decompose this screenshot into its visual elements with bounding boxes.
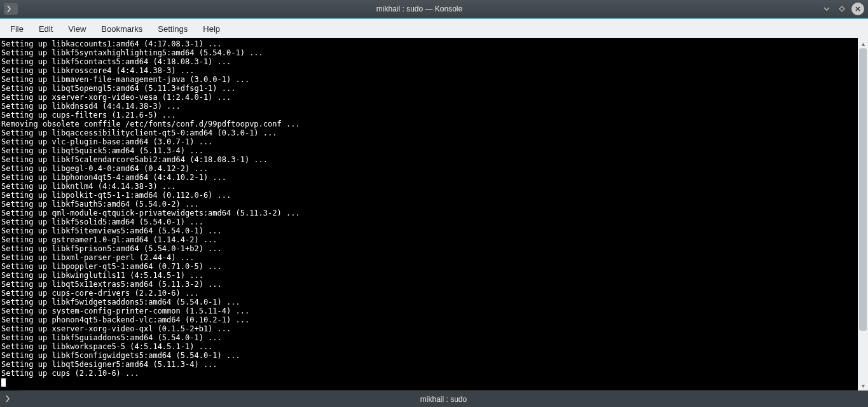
konsole-window: mikhail : sudo — Konsole File Edit View … [0,0,868,407]
close-button[interactable] [851,3,864,15]
terminal-cursor [1,378,6,387]
minimize-button[interactable] [821,3,832,15]
scroll-thumb[interactable] [859,48,867,331]
menubar: File Edit View Bookmarks Settings Help [0,19,868,38]
menu-settings[interactable]: Settings [150,20,195,38]
new-tab-button[interactable] [0,390,19,407]
menu-help[interactable]: Help [195,20,228,38]
window-controls [821,3,868,15]
tabbar: mikhail : sudo [0,390,868,407]
menu-edit[interactable]: Edit [31,20,60,38]
tab-label: mikhail : sudo [420,395,467,404]
tab-active[interactable]: mikhail : sudo [19,390,868,407]
terminal-container: Setting up libkaccounts1:amd64 (4:17.08.… [0,38,868,390]
scroll-down-icon[interactable]: ▾ [858,380,868,390]
menu-bookmarks[interactable]: Bookmarks [93,20,150,38]
terminal-output[interactable]: Setting up libkaccounts1:amd64 (4:17.08.… [0,38,858,390]
scroll-up-icon[interactable]: ▴ [858,38,868,48]
scroll-track[interactable] [858,48,868,380]
titlebar[interactable]: mikhail : sudo — Konsole [0,0,868,19]
app-icon [4,3,18,15]
menu-file[interactable]: File [3,20,31,38]
window-title: mikhail : sudo — Konsole [18,4,821,13]
scrollbar[interactable]: ▴ ▾ [858,38,868,390]
menu-view[interactable]: View [60,20,93,38]
maximize-button[interactable] [836,3,848,15]
